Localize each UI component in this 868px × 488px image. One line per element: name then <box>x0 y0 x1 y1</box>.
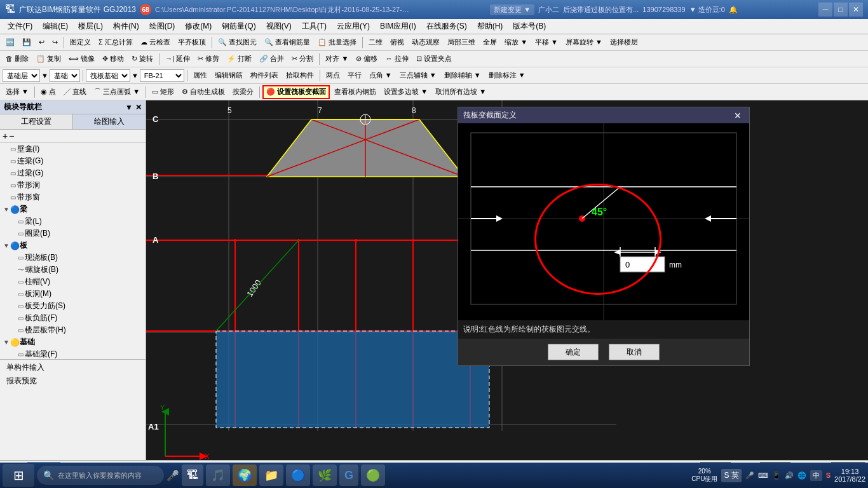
nav-close-btn[interactable]: ✕ <box>135 103 142 112</box>
tb-del-aux[interactable]: 删除辅轴 ▼ <box>441 69 484 83</box>
tb-point-angle[interactable]: 点角 ▼ <box>366 69 395 83</box>
tray-s2-icon[interactable]: S <box>826 471 831 479</box>
tb-set-multi-slope[interactable]: 设置多边坡 ▼ <box>381 85 431 99</box>
tb-delete[interactable]: 🗑 删除 <box>3 52 32 66</box>
menu-online[interactable]: 在线服务(S) <box>421 20 472 33</box>
tb-mirror[interactable]: ⟺ 镜像 <box>65 52 98 66</box>
tree-item-banshoulijin[interactable]: ▭板受力筋(S) <box>0 300 146 312</box>
tree-item-guoliang[interactable]: ▭过梁(G) <box>0 167 146 179</box>
tree-item-daixingdong[interactable]: ▭带形洞 <box>0 179 146 191</box>
taskbar-app-green[interactable]: 🌿 <box>313 464 337 486</box>
taskbar-app-explorer[interactable]: 📁 <box>259 464 283 486</box>
tree-item-daixingchuang[interactable]: ▭带形窗 <box>0 191 146 203</box>
taskbar-app-g[interactable]: G <box>339 464 358 486</box>
layer-select[interactable]: 基础层 <box>3 69 40 82</box>
tb-dynamic-observe[interactable]: 动态观察 <box>409 36 443 50</box>
taskbar-start-button[interactable]: ⊞ <box>3 464 34 487</box>
tb-set-raft-section[interactable]: 🔴 设置筏板变截面 <box>262 85 330 99</box>
taskbar-app-leaf[interactable]: 🟢 <box>361 464 385 486</box>
menu-bim[interactable]: BIM应用(I) <box>375 20 421 33</box>
taskbar-app-glodon[interactable]: 🏗 <box>182 464 203 486</box>
taskbar-app-browser[interactable]: 🌍 <box>233 464 257 486</box>
cross-section-dialog[interactable]: 筏板变截面定义 ✕ <box>458 107 750 366</box>
mic-icon[interactable]: 🎤 <box>166 470 179 482</box>
tb-point-draw[interactable]: ◉ 点 <box>37 85 59 99</box>
tree-item-luoxuanb[interactable]: 〜螺旋板(B) <box>0 264 146 276</box>
tree-item-bandong[interactable]: ▭板洞(M) <box>0 288 146 300</box>
tree-item-lianliang[interactable]: ▭连梁(G) <box>0 155 146 167</box>
tb-set-grip[interactable]: ⊡ 设置夹点 <box>413 52 455 66</box>
tb-top-view[interactable]: 俯视 <box>387 36 407 50</box>
menu-cloud[interactable]: 云应用(Y) <box>332 20 375 33</box>
tb-select-floor[interactable]: 选择楼层 <box>607 36 641 50</box>
tb-2d[interactable]: 二维 <box>365 36 386 50</box>
tree-item-banfujin[interactable]: ▭板负筋(F) <box>0 312 146 324</box>
maximize-button[interactable]: □ <box>834 3 848 17</box>
tray-input-icon[interactable]: 中 <box>810 470 822 481</box>
canvas-area[interactable]: Y X C B A A1 5 7 8 <box>146 100 868 460</box>
tree-group-ban[interactable]: ▼🔵板 <box>0 240 146 252</box>
tb-view-rebar[interactable]: 🔍 查看钢筋量 <box>261 36 313 50</box>
tb-line-draw[interactable]: ╱ 直线 <box>60 85 90 99</box>
tree-item-zhuhm[interactable]: ▭柱帽(V) <box>0 276 146 288</box>
tb-rect-draw[interactable]: ▭ 矩形 <box>149 85 177 99</box>
menu-modify[interactable]: 修改(M) <box>180 20 217 33</box>
tb-pan[interactable]: 平移 ▼ <box>532 36 561 50</box>
menu-help[interactable]: 帮助(H) <box>472 20 508 33</box>
tb-arc-draw[interactable]: ⌒ 三点画弧 ▼ <box>91 85 143 99</box>
ban-expand[interactable]: ▼ <box>3 242 10 249</box>
nav-tab-settings[interactable]: 工程设置 <box>0 114 73 129</box>
nav-float-btn[interactable]: ▼ <box>125 103 133 112</box>
nav-tab-draw[interactable]: 绘图输入 <box>73 114 146 129</box>
tree-item-xianjiaob[interactable]: ▭现浇板(B) <box>0 252 146 264</box>
tray-phone-icon[interactable]: 📱 <box>772 471 781 480</box>
tb-del-note[interactable]: 删除标注 ▼ <box>485 69 529 83</box>
tb-three-point-aux[interactable]: 三点辅轴 ▼ <box>397 69 440 83</box>
tree-item-quanliang[interactable]: ▭圈梁(B) <box>0 227 146 240</box>
close-button[interactable]: ✕ <box>849 3 863 17</box>
tb-offset[interactable]: ⊘ 偏移 <box>353 52 381 66</box>
tb-properties[interactable]: 属性 <box>190 69 210 83</box>
tray-volume-icon[interactable]: 🔊 <box>785 471 794 480</box>
tb-align[interactable]: 对齐 ▼ <box>322 52 351 66</box>
menu-floor[interactable]: 楼层(L) <box>73 20 108 33</box>
component-select[interactable]: FB-21 <box>140 69 184 82</box>
layer-type-select[interactable]: 基础 <box>50 69 80 82</box>
tb-select-mode[interactable]: 选择 ▼ <box>3 85 32 99</box>
nav-report-preview[interactable]: 报表预览 <box>4 374 142 388</box>
tb-cancel-all-slope[interactable]: 取消所有边坡 ▼ <box>432 85 489 99</box>
tb-merge[interactable]: 🔗 合并 <box>256 52 287 66</box>
tb-rotate[interactable]: 屏幕旋转 ▼ <box>562 36 606 50</box>
tb-edit-rebar[interactable]: 编辑钢筋 <box>212 69 246 83</box>
new-change-btn[interactable]: 新建变更 ▼ <box>490 4 534 15</box>
tb-by-beam[interactable]: 按梁分 <box>229 85 257 99</box>
tb-batch-select[interactable]: 📋 批量选择 <box>315 36 360 50</box>
tray-mic-icon[interactable]: 🎤 <box>745 471 754 480</box>
tb-move[interactable]: ✥ 移动 <box>99 52 127 66</box>
nav-btn-add[interactable]: + <box>3 131 8 141</box>
tray-network-icon[interactable]: 🌐 <box>797 471 806 480</box>
menu-draw[interactable]: 绘图(D) <box>144 20 180 33</box>
tree-item-bikan[interactable]: ▭壁龛(I) <box>0 143 146 155</box>
tb-find-elem[interactable]: 🔍 查找图元 <box>215 36 260 50</box>
tray-keyboard-icon[interactable]: ⌨ <box>758 471 768 480</box>
tb-break[interactable]: ⚡ 打断 <box>224 52 255 66</box>
liang-expand[interactable]: ▼ <box>3 206 10 213</box>
notification-icon[interactable]: 🔔 <box>729 6 738 14</box>
tb-pick-component[interactable]: 拾取构件 <box>283 69 317 83</box>
tb-sum-calc[interactable]: Σ 汇总计算 <box>95 36 136 50</box>
menu-tools[interactable]: 工具(T) <box>297 20 332 33</box>
taskbar-app-music[interactable]: 🎵 <box>206 464 230 486</box>
tb-view-slab-rebar[interactable]: 查看板内钢筋 <box>331 85 379 99</box>
menu-edit[interactable]: 编辑(E) <box>37 20 73 33</box>
tree-item-jichuliang[interactable]: ▭基础梁(F) <box>0 348 146 359</box>
jichu-expand[interactable]: ▼ <box>3 339 10 346</box>
component-type-select[interactable]: 筏板基础 <box>86 69 130 82</box>
tb-local-3d[interactable]: 局部三维 <box>444 36 478 50</box>
tb-new[interactable]: 🆕 <box>3 36 18 50</box>
tb-auto-gen-slab[interactable]: ⚙ 自动生成板 <box>179 85 228 99</box>
tree-item-liang-l[interactable]: ▭梁(L) <box>0 215 146 227</box>
taskbar-app-blue[interactable]: 🔵 <box>286 464 310 486</box>
tb-copy[interactable]: 📋 复制 <box>33 52 64 66</box>
tree-group-jichu[interactable]: ▼🟡基础 <box>0 336 146 348</box>
